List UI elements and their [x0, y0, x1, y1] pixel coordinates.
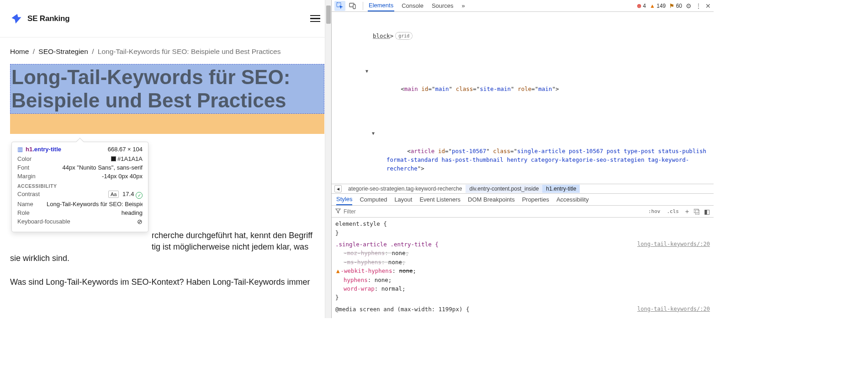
style-rule[interactable]: element.style { }	[335, 219, 710, 237]
page-header: SE Ranking	[0, 0, 331, 37]
breadcrumb-sep: /	[92, 48, 94, 55]
check-circle-icon: ✓	[136, 192, 143, 199]
font-value: 44px "Nunito Sans", sans-serif	[63, 164, 143, 171]
subtab-properties[interactable]: Properties	[522, 194, 549, 205]
tree-row[interactable]: block>grid	[364, 32, 714, 40]
device-toggle-icon[interactable]	[347, 1, 358, 11]
hamburger-menu-icon[interactable]	[310, 15, 320, 22]
logo-text: SE Ranking	[27, 14, 69, 23]
element-style-selector: element.style {	[335, 220, 387, 227]
tooltip-class: .entry-title	[32, 146, 61, 153]
computed-panel-icon[interactable]: ⿻	[694, 208, 700, 215]
message-count-badge[interactable]: ⚑ 60	[669, 3, 682, 9]
site-logo[interactable]: SE Ranking	[10, 12, 69, 25]
breadcrumb-category[interactable]: SEO-Strategien	[38, 48, 88, 55]
tab-more[interactable]: »	[461, 0, 466, 11]
tooltip-tag: h1	[26, 146, 32, 153]
toolbar-separator	[363, 2, 363, 10]
grid-badge[interactable]: grid	[395, 32, 413, 40]
filter-icon	[335, 208, 341, 215]
style-rule[interactable]: long-tail-keywords/:20 @media screen and…	[335, 305, 710, 314]
style-rule[interactable]: long-tail-keywords/:20 .single-article .…	[335, 240, 710, 302]
a11y-role-value: heading	[122, 209, 143, 216]
svg-rect-2	[353, 5, 355, 9]
styles-filter-bar: :hov .cls ＋ ⿻ ◧	[332, 206, 714, 218]
warning-icon: ▲	[336, 267, 340, 274]
contrast-value: 17.4	[122, 191, 134, 197]
close-icon[interactable]: ✕	[705, 2, 711, 10]
logo-mark-icon	[10, 12, 23, 25]
breadcrumb-sep: /	[33, 48, 35, 55]
warning-count-badge[interactable]: ▲ 149	[650, 3, 666, 9]
contrast-sample: Aa	[108, 191, 119, 198]
tooltip-dimensions: 668.67 × 104	[108, 146, 143, 153]
css-declaration[interactable]: hyphens: none;	[335, 276, 710, 284]
a11y-name-value: Long-Tail-Keywords für SEO: Beispiele u…	[47, 201, 143, 207]
a11y-section-label: ACCESSIBILITY	[17, 183, 143, 189]
elements-breadcrumb-path: ◂ ategorie-seo-strategien.tag-keyword-re…	[332, 184, 714, 194]
collapse-toggle-icon[interactable]: ▼	[365, 68, 368, 75]
font-label: Font	[17, 164, 29, 171]
devtools-tabs: Elements Console Sources »	[368, 0, 466, 11]
tooltip-header: ▥ h1.entry-title 668.67 × 104	[17, 146, 143, 153]
color-value: #1A1A1A	[117, 155, 143, 162]
a11y-focus-label: Keyboard-focusable	[17, 218, 70, 225]
devtools-panel: Elements Console Sources » ⊗ 4 ▲ 149 ⚑ 6…	[331, 0, 714, 318]
rule-close: }	[335, 229, 339, 236]
scroll-left-icon[interactable]: ◂	[334, 185, 342, 192]
subtab-styles[interactable]: Styles	[336, 194, 352, 205]
elements-tree[interactable]: block>grid ▼ <main id="main" class="site…	[332, 12, 714, 184]
path-segment[interactable]: ategorie-seo-strategien.tag-keyword-rech…	[344, 185, 466, 193]
rule-source-link[interactable]: long-tail-keywords/:20	[637, 240, 710, 249]
no-entry-icon: ⊘	[137, 218, 143, 225]
inspect-element-icon[interactable]	[334, 1, 345, 11]
breadcrumb-current: Long-Tail-Keywords für SEO: Beispiele un…	[98, 48, 281, 55]
page-body: Home / SEO-Strategien / Long-Tail-Keywor…	[0, 37, 331, 288]
tree-row[interactable]: ▼ <main id="main" class="site-main" role…	[371, 67, 714, 102]
tab-console[interactable]: Console	[401, 0, 424, 11]
subtab-dom-breakpoints[interactable]: DOM Breakpoints	[468, 194, 515, 205]
devtools-toolbar: Elements Console Sources » ⊗ 4 ▲ 149 ⚑ 6…	[332, 0, 714, 12]
scrollbar-thumb[interactable]	[326, 5, 331, 24]
styles-filter-input[interactable]	[344, 208, 644, 215]
path-segment-current[interactable]: h1.entry-title	[542, 185, 580, 193]
css-declaration[interactable]: -moz-hyphens: none;	[335, 249, 710, 257]
css-declaration[interactable]: word-wrap: normal;	[335, 284, 710, 293]
sidebar-toggle-icon[interactable]: ◧	[704, 208, 710, 215]
color-swatch	[111, 156, 116, 161]
flex-icon: ▥	[17, 146, 23, 153]
new-style-rule-icon[interactable]: ＋	[684, 207, 690, 216]
toolbar-right: ⊗ 4 ▲ 149 ⚑ 60 ⚙ ⋮ ✕	[637, 2, 711, 10]
styles-pane[interactable]: element.style { } long-tail-keywords/:20…	[332, 218, 714, 318]
collapse-toggle-icon[interactable]: ▼	[372, 130, 375, 137]
tab-sources[interactable]: Sources	[431, 0, 455, 11]
gear-icon[interactable]: ⚙	[686, 2, 692, 10]
css-declaration[interactable]: -ms-hyphens: none;	[335, 258, 710, 266]
breadcrumb-home[interactable]: Home	[10, 48, 29, 55]
rule-source-link[interactable]: long-tail-keywords/:20	[637, 305, 710, 314]
inspect-content-overlay: Long-Tail-Keywords für SEO: Beispiele un…	[10, 64, 324, 114]
page-title: Long-Tail-Keywords für SEO: Beispiele un…	[11, 65, 323, 112]
tab-elements[interactable]: Elements	[368, 0, 394, 11]
inspect-margin-overlay: Long-Tail-Keywords für SEO: Beispiele un…	[10, 64, 324, 134]
subtab-layout[interactable]: Layout	[394, 194, 412, 205]
paragraph: Was sind Long-Tail-Keywords im SEO-Konte…	[10, 277, 321, 288]
subtab-accessibility[interactable]: Accessibility	[556, 194, 589, 205]
path-segment[interactable]: div.entry-content.post_inside	[466, 185, 542, 193]
a11y-role-label: Role	[17, 209, 30, 216]
breadcrumb: Home / SEO-Strategien / Long-Tail-Keywor…	[10, 37, 321, 61]
a11y-name-label: Name	[17, 201, 33, 207]
tree-row[interactable]: ▼ <article id="post-10567" class="single…	[377, 129, 714, 182]
error-count-badge[interactable]: ⊗ 4	[637, 3, 646, 9]
kebab-menu-icon[interactable]: ⋮	[695, 2, 702, 10]
cls-toggle[interactable]: .cls	[666, 208, 681, 215]
styles-subtabs: Styles Computed Layout Event Listeners D…	[332, 194, 714, 206]
subtab-event-listeners[interactable]: Event Listeners	[419, 194, 460, 205]
hov-toggle[interactable]: :hov	[647, 208, 662, 215]
para-line: tig ist möglicherweise nicht jedem klar,…	[10, 241, 321, 253]
webpage-viewport: SE Ranking Home / SEO-Strategien / Long-…	[0, 0, 331, 318]
rule-selector: .single-article .entry-title {	[335, 241, 439, 248]
subtab-computed[interactable]: Computed	[360, 194, 387, 205]
page-scrollbar[interactable]	[325, 0, 331, 318]
css-declaration[interactable]: ▲-webkit-hyphens: none;	[335, 266, 710, 275]
